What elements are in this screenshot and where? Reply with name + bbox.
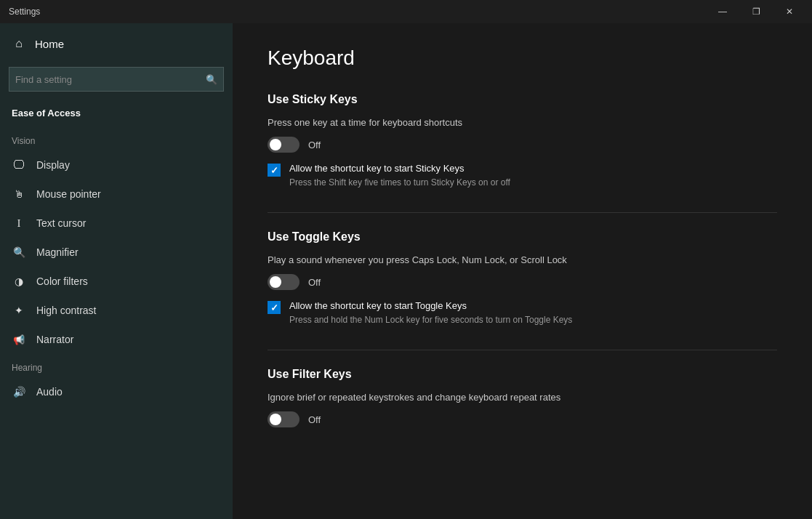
close-button[interactable]: ✕	[773, 0, 806, 23]
sidebar-item-label: Audio	[36, 386, 63, 398]
toggle-keys-checkbox-row: ✓ Allow the shortcut key to start Toggle…	[268, 300, 777, 326]
maximize-button[interactable]: ❐	[739, 0, 773, 23]
toggle-keys-checkbox-content: Allow the shortcut key to start Toggle K…	[289, 300, 777, 326]
toggle-keys-title: Use Toggle Keys	[268, 230, 777, 244]
filter-keys-toggle-row: Off	[268, 411, 777, 427]
toggle-knob	[270, 139, 281, 150]
filter-keys-description: Ignore brief or repeated keystrokes and …	[268, 391, 777, 404]
sidebar-item-label: Mouse pointer	[36, 188, 101, 200]
sidebar-item-high-contrast[interactable]: ✦ High contrast	[0, 296, 233, 325]
filter-keys-toggle-label: Off	[308, 414, 321, 425]
toggle-keys-toggle-row: Off	[268, 274, 777, 290]
hearing-section-label: Hearing	[0, 354, 233, 377]
narrator-icon: 📢	[12, 332, 26, 347]
sidebar-item-label: Color filters	[36, 275, 88, 287]
sidebar-item-audio[interactable]: 🔊 Audio	[0, 377, 233, 406]
text-cursor-icon: I	[12, 216, 26, 230]
sidebar-item-label: Text cursor	[36, 217, 86, 229]
app-container: ⌂ Home 🔍 Ease of Access Vision 🖵 Display…	[0, 23, 812, 519]
sidebar-item-narrator[interactable]: 📢 Narrator	[0, 325, 233, 354]
sticky-keys-toggle-label: Off	[308, 140, 321, 150]
content-area: Keyboard Use Sticky Keys Press one key a…	[233, 23, 812, 519]
home-label: Home	[35, 38, 64, 50]
sidebar-item-mouse-pointer[interactable]: 🖱 Mouse pointer	[0, 180, 233, 209]
sidebar-item-label: Magnifier	[36, 246, 79, 258]
sidebar-item-magnifier[interactable]: 🔍 Magnifier	[0, 238, 233, 267]
divider-1	[268, 212, 777, 213]
sticky-keys-checkbox-desc: Press the Shift key five times to turn S…	[289, 177, 777, 189]
sidebar-item-text-cursor[interactable]: I Text cursor	[0, 209, 233, 238]
sidebar-item-color-filters[interactable]: ◑ Color filters	[0, 267, 233, 296]
sidebar: ⌂ Home 🔍 Ease of Access Vision 🖵 Display…	[0, 23, 233, 519]
toggle-keys-toggle-label: Off	[308, 277, 321, 288]
search-input[interactable]	[15, 74, 206, 85]
home-nav-item[interactable]: ⌂ Home	[0, 23, 233, 64]
color-filters-icon: ◑	[12, 274, 26, 289]
audio-icon: 🔊	[12, 385, 26, 399]
toggle-keys-description: Play a sound whenever you press Caps Loc…	[268, 254, 777, 267]
search-icon: 🔍	[206, 74, 217, 85]
vision-section-label: Vision	[0, 127, 233, 150]
sidebar-item-label: High contrast	[36, 305, 96, 316]
page-title: Keyboard	[268, 47, 777, 70]
window-title: Settings	[9, 7, 40, 17]
sticky-keys-checkbox-title: Allow the shortcut key to start Sticky K…	[289, 163, 777, 174]
sticky-keys-section: Use Sticky Keys Press one key at a time …	[268, 93, 777, 189]
divider-2	[268, 350, 777, 350]
sticky-keys-toggle[interactable]	[268, 137, 300, 153]
sticky-keys-checkbox[interactable]: ✓	[268, 164, 281, 177]
toggle-keys-checkbox[interactable]: ✓	[268, 301, 281, 314]
home-icon: ⌂	[12, 36, 26, 51]
toggle-knob	[270, 414, 281, 425]
sidebar-item-display[interactable]: 🖵 Display	[0, 150, 233, 180]
sticky-keys-checkbox-row: ✓ Allow the shortcut key to start Sticky…	[268, 163, 777, 189]
toggle-keys-checkbox-title: Allow the shortcut key to start Toggle K…	[289, 300, 777, 311]
sticky-keys-checkbox-content: Allow the shortcut key to start Sticky K…	[289, 163, 777, 189]
high-contrast-icon: ✦	[12, 303, 26, 318]
breadcrumb: Ease of Access	[0, 103, 233, 127]
magnifier-icon: 🔍	[12, 245, 26, 260]
sticky-keys-toggle-row: Off	[268, 137, 777, 153]
toggle-keys-checkbox-desc: Press and hold the Num Lock key for five…	[289, 314, 777, 326]
window-controls: — ❐ ✕	[706, 0, 806, 23]
search-box[interactable]: 🔍	[9, 67, 224, 92]
toggle-knob	[270, 276, 281, 288]
checkmark-icon: ✓	[270, 165, 278, 176]
sidebar-item-label: Narrator	[36, 334, 73, 345]
filter-keys-section: Use Filter Keys Ignore brief or repeated…	[268, 368, 777, 427]
toggle-keys-toggle[interactable]	[268, 274, 300, 290]
filter-keys-title: Use Filter Keys	[268, 368, 777, 381]
toggle-keys-section: Use Toggle Keys Play a sound whenever yo…	[268, 230, 777, 326]
filter-keys-toggle[interactable]	[268, 411, 300, 427]
checkmark-icon: ✓	[270, 302, 278, 313]
mouse-pointer-icon: 🖱	[12, 187, 26, 201]
title-bar: Settings — ❐ ✕	[0, 0, 812, 23]
minimize-button[interactable]: —	[706, 0, 739, 23]
sticky-keys-title: Use Sticky Keys	[268, 93, 777, 106]
sticky-keys-description: Press one key at a time for keyboard sho…	[268, 116, 777, 129]
display-icon: 🖵	[12, 158, 26, 172]
sidebar-item-label: Display	[36, 159, 70, 171]
